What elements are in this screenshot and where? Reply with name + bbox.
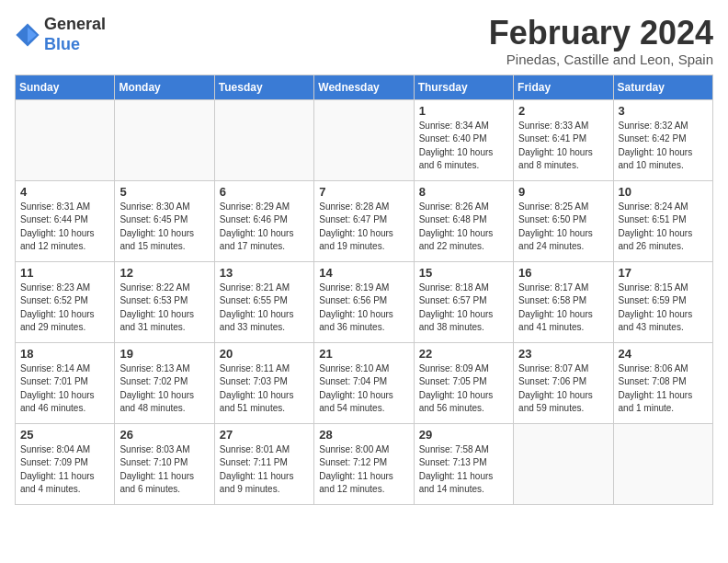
day-cell: 10Sunrise: 8:24 AM Sunset: 6:51 PM Dayli… — [613, 180, 712, 261]
day-cell: 11Sunrise: 8:23 AM Sunset: 6:52 PM Dayli… — [16, 261, 115, 342]
day-cell: 29Sunrise: 7:58 AM Sunset: 7:13 PM Dayli… — [414, 423, 513, 504]
day-info: Sunrise: 8:04 AM Sunset: 7:09 PM Dayligh… — [20, 443, 109, 497]
calendar-subtitle: Pinedas, Castille and Leon, Spain — [489, 52, 713, 67]
day-cell: 28Sunrise: 8:00 AM Sunset: 7:12 PM Dayli… — [314, 423, 414, 504]
day-cell: 13Sunrise: 8:21 AM Sunset: 6:55 PM Dayli… — [214, 261, 313, 342]
day-info: Sunrise: 8:00 AM Sunset: 7:12 PM Dayligh… — [319, 443, 408, 497]
logo: General Blue — [15, 15, 106, 54]
day-number: 18 — [20, 347, 109, 361]
day-cell: 23Sunrise: 8:07 AM Sunset: 7:06 PM Dayli… — [514, 342, 613, 423]
calendar-header-row: SundayMondayTuesdayWednesdayThursdayFrid… — [16, 75, 713, 99]
logo-icon — [15, 22, 40, 48]
day-cell: 17Sunrise: 8:15 AM Sunset: 6:59 PM Dayli… — [613, 261, 712, 342]
day-info: Sunrise: 8:32 AM Sunset: 6:42 PM Dayligh… — [619, 120, 708, 173]
day-number: 7 — [319, 185, 408, 199]
week-row-3: 18Sunrise: 8:14 AM Sunset: 7:01 PM Dayli… — [16, 342, 713, 423]
day-info: Sunrise: 8:33 AM Sunset: 6:41 PM Dayligh… — [518, 120, 608, 173]
day-cell: 18Sunrise: 8:14 AM Sunset: 7:01 PM Dayli… — [16, 342, 115, 423]
column-header-sunday: Sunday — [16, 75, 115, 99]
day-cell: 20Sunrise: 8:11 AM Sunset: 7:03 PM Dayli… — [214, 342, 313, 423]
day-number: 14 — [319, 266, 408, 280]
day-number: 23 — [518, 347, 608, 361]
day-info: Sunrise: 8:21 AM Sunset: 6:55 PM Dayligh… — [220, 282, 309, 335]
day-cell — [314, 99, 414, 180]
day-cell: 27Sunrise: 8:01 AM Sunset: 7:11 PM Dayli… — [214, 423, 313, 504]
day-info: Sunrise: 8:28 AM Sunset: 6:47 PM Dayligh… — [319, 201, 408, 254]
column-header-saturday: Saturday — [613, 75, 712, 99]
day-cell — [613, 423, 712, 504]
day-number: 2 — [518, 104, 608, 118]
day-cell: 21Sunrise: 8:10 AM Sunset: 7:04 PM Dayli… — [314, 342, 414, 423]
day-info: Sunrise: 8:18 AM Sunset: 6:57 PM Dayligh… — [419, 282, 508, 335]
day-number: 4 — [20, 185, 109, 199]
day-cell — [115, 99, 214, 180]
day-number: 17 — [619, 266, 708, 280]
day-number: 1 — [419, 104, 508, 118]
column-header-wednesday: Wednesday — [314, 75, 414, 99]
day-cell: 5Sunrise: 8:30 AM Sunset: 6:45 PM Daylig… — [115, 180, 214, 261]
week-row-4: 25Sunrise: 8:04 AM Sunset: 7:09 PM Dayli… — [16, 423, 713, 504]
week-row-1: 4Sunrise: 8:31 AM Sunset: 6:44 PM Daylig… — [16, 180, 713, 261]
day-cell: 26Sunrise: 8:03 AM Sunset: 7:10 PM Dayli… — [115, 423, 214, 504]
day-cell: 16Sunrise: 8:17 AM Sunset: 6:58 PM Dayli… — [514, 261, 613, 342]
day-info: Sunrise: 8:30 AM Sunset: 6:45 PM Dayligh… — [119, 201, 209, 254]
day-number: 27 — [220, 428, 309, 442]
day-cell: 8Sunrise: 8:26 AM Sunset: 6:48 PM Daylig… — [414, 180, 513, 261]
day-info: Sunrise: 8:31 AM Sunset: 6:44 PM Dayligh… — [20, 201, 109, 254]
day-number: 26 — [119, 428, 209, 442]
day-info: Sunrise: 8:07 AM Sunset: 7:06 PM Dayligh… — [518, 362, 608, 416]
day-number: 9 — [518, 185, 608, 199]
day-number: 24 — [619, 347, 708, 361]
day-number: 29 — [419, 428, 508, 442]
day-info: Sunrise: 8:25 AM Sunset: 6:50 PM Dayligh… — [518, 201, 608, 254]
column-header-friday: Friday — [514, 75, 613, 99]
day-cell: 2Sunrise: 8:33 AM Sunset: 6:41 PM Daylig… — [514, 99, 613, 180]
day-info: Sunrise: 8:09 AM Sunset: 7:05 PM Dayligh… — [419, 362, 508, 416]
day-number: 13 — [220, 266, 309, 280]
logo-text: General Blue — [44, 15, 106, 54]
day-number: 10 — [619, 185, 708, 199]
calendar-table: SundayMondayTuesdayWednesdayThursdayFrid… — [15, 75, 713, 505]
day-info: Sunrise: 8:17 AM Sunset: 6:58 PM Dayligh… — [518, 282, 608, 335]
day-cell: 1Sunrise: 8:34 AM Sunset: 6:40 PM Daylig… — [414, 99, 513, 180]
day-number: 15 — [419, 266, 508, 280]
day-info: Sunrise: 8:22 AM Sunset: 6:53 PM Dayligh… — [119, 282, 209, 335]
day-number: 12 — [119, 266, 209, 280]
day-cell: 22Sunrise: 8:09 AM Sunset: 7:05 PM Dayli… — [414, 342, 513, 423]
day-info: Sunrise: 8:01 AM Sunset: 7:11 PM Dayligh… — [220, 443, 309, 497]
day-cell: 4Sunrise: 8:31 AM Sunset: 6:44 PM Daylig… — [16, 180, 115, 261]
day-number: 5 — [119, 185, 209, 199]
logo-blue: Blue — [44, 35, 80, 53]
day-cell: 14Sunrise: 8:19 AM Sunset: 6:56 PM Dayli… — [314, 261, 414, 342]
day-number: 21 — [319, 347, 408, 361]
day-number: 16 — [518, 266, 608, 280]
day-cell: 9Sunrise: 8:25 AM Sunset: 6:50 PM Daylig… — [514, 180, 613, 261]
day-cell: 12Sunrise: 8:22 AM Sunset: 6:53 PM Dayli… — [115, 261, 214, 342]
day-info: Sunrise: 8:03 AM Sunset: 7:10 PM Dayligh… — [119, 443, 209, 497]
day-number: 25 — [20, 428, 109, 442]
day-info: Sunrise: 8:19 AM Sunset: 6:56 PM Dayligh… — [319, 282, 408, 335]
day-info: Sunrise: 8:10 AM Sunset: 7:04 PM Dayligh… — [319, 362, 408, 416]
day-info: Sunrise: 8:14 AM Sunset: 7:01 PM Dayligh… — [20, 362, 109, 416]
day-number: 22 — [419, 347, 508, 361]
day-info: Sunrise: 8:13 AM Sunset: 7:02 PM Dayligh… — [119, 362, 209, 416]
day-cell: 24Sunrise: 8:06 AM Sunset: 7:08 PM Dayli… — [613, 342, 712, 423]
week-row-2: 11Sunrise: 8:23 AM Sunset: 6:52 PM Dayli… — [16, 261, 713, 342]
day-info: Sunrise: 8:29 AM Sunset: 6:46 PM Dayligh… — [220, 201, 309, 254]
day-cell: 19Sunrise: 8:13 AM Sunset: 7:02 PM Dayli… — [115, 342, 214, 423]
column-header-thursday: Thursday — [414, 75, 513, 99]
day-cell: 15Sunrise: 8:18 AM Sunset: 6:57 PM Dayli… — [414, 261, 513, 342]
day-cell: 7Sunrise: 8:28 AM Sunset: 6:47 PM Daylig… — [314, 180, 414, 261]
week-row-0: 1Sunrise: 8:34 AM Sunset: 6:40 PM Daylig… — [16, 99, 713, 180]
day-number: 3 — [619, 104, 708, 118]
calendar-title: February 2024 — [489, 15, 713, 52]
day-info: Sunrise: 8:26 AM Sunset: 6:48 PM Dayligh… — [419, 201, 508, 254]
calendar-body: 1Sunrise: 8:34 AM Sunset: 6:40 PM Daylig… — [16, 99, 713, 504]
day-info: Sunrise: 8:34 AM Sunset: 6:40 PM Dayligh… — [419, 120, 508, 173]
day-cell — [16, 99, 115, 180]
logo-general: General — [44, 15, 106, 33]
day-info: Sunrise: 7:58 AM Sunset: 7:13 PM Dayligh… — [419, 443, 508, 497]
day-info: Sunrise: 8:11 AM Sunset: 7:03 PM Dayligh… — [220, 362, 309, 416]
day-cell — [514, 423, 613, 504]
day-number: 28 — [319, 428, 408, 442]
